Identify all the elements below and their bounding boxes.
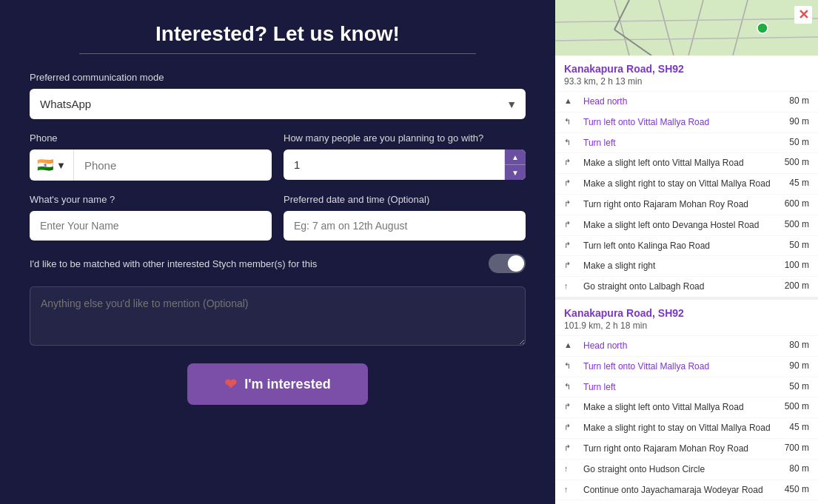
comm-mode-select[interactable]: WhatsApp Email Phone Call SMS: [30, 89, 526, 119]
step-icon: ↰: [564, 138, 579, 147]
notes-group: [30, 286, 526, 349]
step-dist: 80 m: [789, 463, 809, 474]
name-input[interactable]: [30, 211, 272, 241]
page-title: Interested? Let us know!: [30, 22, 526, 46]
step-icon: ↱: [564, 241, 579, 250]
comm-mode-label: Preferred communication mode: [30, 72, 526, 83]
step-icon: ↱: [564, 158, 579, 167]
step-text: Make a slight right to stay on Vittal Ma…: [583, 422, 783, 434]
step-dist: 700 m: [785, 443, 809, 453]
step-row: ↱Turn left onto Kalinga Rao Road50 m: [555, 235, 818, 256]
country-code-arrow: ▼: [56, 160, 66, 171]
step-text: Make a slight left onto Vittal Mallya Ro…: [583, 157, 779, 169]
route-steps-1: ▲Head north80 m↰Turn left onto Vittal Ma…: [555, 335, 818, 504]
phone-people-row: Phone 🇮🇳 ▼ How many people are you plann…: [30, 132, 526, 181]
step-text: Turn right onto Rajaram Mohan Roy Road: [583, 443, 779, 455]
notes-textarea[interactable]: [30, 286, 526, 346]
step-dist: 50 m: [789, 137, 809, 147]
phone-label: Phone: [30, 132, 272, 144]
match-toggle[interactable]: [489, 254, 526, 273]
step-text: Turn left onto Vittal Mallya Road: [583, 116, 783, 129]
match-label: I'd like to be matched with other intere…: [30, 258, 489, 269]
step-icon: ↰: [564, 117, 579, 127]
step-icon: ↑: [564, 464, 579, 473]
step-dist: 450 m: [785, 484, 809, 494]
step-dist: 500 m: [785, 401, 809, 411]
submit-label: I'm interested: [244, 377, 330, 392]
step-row: ↰Turn left onto Vittal Mallya Road90 m: [555, 356, 818, 377]
map-panel: ✕ Kanakapura Road, SH9293.3 km, 2 h 13 m…: [555, 0, 818, 504]
routes-container[interactable]: Kanakapura Road, SH9293.3 km, 2 h 13 min…: [555, 56, 818, 504]
close-button[interactable]: ✕: [794, 6, 812, 24]
step-text: Turn left: [583, 381, 783, 394]
name-date-row: What's your name ? Preferred date and ti…: [30, 194, 526, 241]
step-row: ↰Turn left50 m: [555, 377, 818, 397]
name-label: What's your name ?: [30, 194, 272, 205]
match-toggle-row: I'd like to be matched with other intere…: [30, 254, 526, 273]
submit-container: ❤ I'm interested: [30, 363, 526, 405]
route-title-0[interactable]: Kanakapura Road, SH92: [564, 63, 809, 75]
submit-button[interactable]: ❤ I'm interested: [187, 363, 367, 405]
step-row: ↱Make a slight left onto Devanga Hostel …: [555, 215, 818, 235]
step-row: ▲Head north80 m: [555, 335, 818, 356]
people-label: How many people are you planning to go w…: [284, 132, 526, 144]
step-icon: ↰: [564, 382, 579, 392]
step-text: Head north: [583, 95, 783, 108]
date-label: Preferred date and time (Optional): [284, 194, 526, 205]
step-text: Turn left: [583, 137, 783, 149]
comm-mode-group: Preferred communication mode WhatsApp Em…: [30, 72, 526, 119]
step-icon: ▲: [564, 96, 579, 105]
step-icon: ↑: [564, 485, 579, 494]
step-icon: ↑: [564, 281, 579, 290]
route-meta-0: 93.3 km, 2 h 13 min: [564, 76, 809, 87]
step-dist: 600 m: [785, 198, 809, 209]
title-divider: [79, 53, 476, 54]
phone-input[interactable]: [74, 150, 272, 181]
step-row: ↑Go straight onto Lalbagh Road200 m: [555, 276, 818, 297]
step-dist: 500 m: [785, 219, 809, 229]
map-svg: [555, 0, 818, 56]
step-text: Turn left onto Kalinga Rao Road: [583, 240, 783, 252]
spinner-down-button[interactable]: ▼: [505, 165, 526, 180]
route-title-1[interactable]: Kanakapura Road, SH92: [564, 307, 809, 319]
people-group: How many people are you planning to go w…: [284, 132, 526, 181]
date-input[interactable]: [284, 211, 526, 241]
step-dist: 45 m: [789, 422, 809, 432]
route-steps-0: ▲Head north80 m↰Turn left onto Vittal Ma…: [555, 91, 818, 297]
step-row: ↱Make a slight left onto Vittal Mallya R…: [555, 397, 818, 417]
step-row: ↱Make a slight right100 m: [555, 255, 818, 276]
step-text: Continue onto Jayachamaraja Wodeyar Road: [583, 484, 779, 497]
step-text: Head north: [583, 340, 783, 352]
step-dist: 50 m: [789, 240, 809, 250]
people-value: 1: [284, 149, 504, 180]
route-header-1: Kanakapura Road, SH92101.9 km, 2 h 18 mi…: [555, 300, 818, 335]
step-text: Go straight onto Hudson Circle: [583, 463, 783, 476]
step-text: Make a slight left onto Devanga Hostel R…: [583, 219, 779, 232]
step-row: ↰Turn left onto Vittal Mallya Road90 m: [555, 112, 818, 132]
name-group: What's your name ?: [30, 194, 272, 241]
route-section-0: Kanakapura Road, SH9293.3 km, 2 h 13 min…: [555, 56, 818, 300]
step-row: ▲Head north80 m: [555, 91, 818, 112]
flag-selector[interactable]: 🇮🇳 ▼: [30, 149, 74, 181]
step-dist: 45 m: [789, 178, 809, 188]
spinner-buttons: ▲ ▼: [504, 149, 526, 180]
step-dist: 200 m: [785, 280, 809, 291]
step-row: ↑Continue onto Jayachamaraja Wodeyar Roa…: [555, 480, 818, 500]
step-icon: ↱: [564, 199, 579, 209]
step-icon: ↱: [564, 220, 579, 229]
step-text: Go straight onto Lalbagh Road: [583, 280, 779, 293]
step-text: Make a slight left onto Vittal Mallya Ro…: [583, 401, 779, 414]
route-header-0: Kanakapura Road, SH9293.3 km, 2 h 13 min: [555, 56, 818, 91]
phone-input-wrapper: 🇮🇳 ▼: [30, 149, 272, 181]
date-group: Preferred date and time (Optional): [284, 194, 526, 241]
step-icon: ↱: [564, 423, 579, 432]
spinner-up-button[interactable]: ▲: [505, 149, 526, 165]
step-icon: ↱: [564, 443, 579, 453]
step-dist: 80 m: [789, 95, 809, 106]
step-text: Make a slight right: [583, 260, 779, 272]
step-icon: ↱: [564, 178, 579, 188]
step-row: ↱Make a slight right to stay on Vittal M…: [555, 173, 818, 194]
step-dist: 50 m: [789, 381, 809, 392]
step-text: Turn right onto Rajaram Mohan Roy Road: [583, 198, 779, 211]
step-text: Make a slight right to stay on Vittal Ma…: [583, 178, 783, 190]
